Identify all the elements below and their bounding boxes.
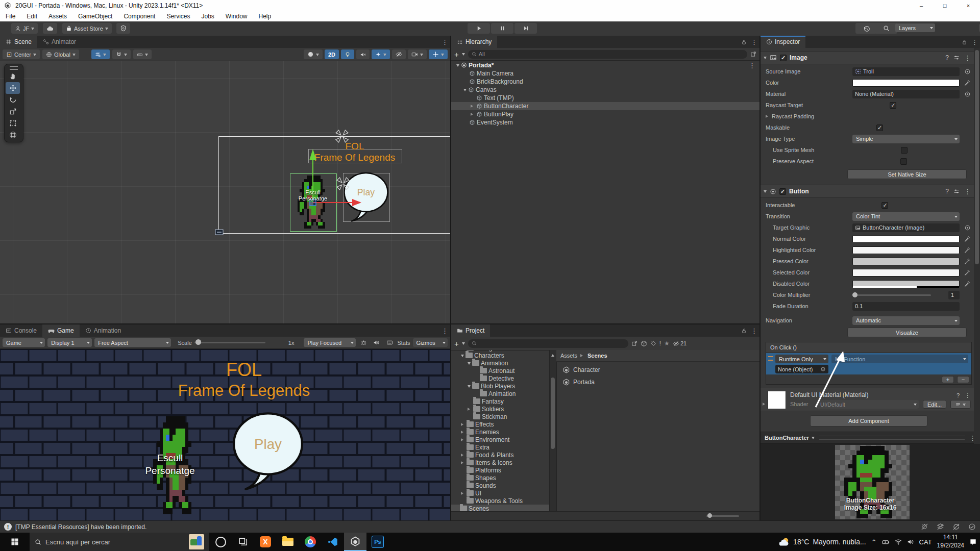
- asset-character[interactable]: Character: [556, 364, 760, 376]
- material-preview-swatch[interactable]: [768, 391, 786, 409]
- expand-arrow-icon[interactable]: [461, 355, 464, 359]
- remove-event-button[interactable]: −: [957, 376, 969, 383]
- button-component-header[interactable]: Button ? ⋮: [761, 185, 974, 198]
- pause-button[interactable]: [491, 23, 513, 34]
- stats-button[interactable]: Stats: [397, 340, 410, 346]
- help-icon[interactable]: ?: [945, 188, 949, 195]
- taskbar-app-unity[interactable]: [344, 533, 366, 551]
- hierarchy-item-canvas[interactable]: Canvas: [451, 86, 760, 94]
- project-folder-ui[interactable]: UI: [451, 489, 549, 497]
- display-dropdown[interactable]: Display 1: [47, 338, 92, 347]
- expand-arrow-icon[interactable]: [468, 362, 471, 366]
- rect-tool[interactable]: [6, 117, 20, 129]
- hierarchy-item-portada-[interactable]: Portada*⋮: [451, 61, 760, 69]
- on-click-listener-row[interactable]: Runtime Only No Function None (Object): [766, 353, 971, 374]
- palette-drag-handle[interactable]: [6, 65, 22, 70]
- tab-game[interactable]: Game: [42, 324, 80, 337]
- component-kebab[interactable]: ⋮: [964, 188, 971, 195]
- color-swatch[interactable]: [852, 246, 960, 254]
- game-play-bubble[interactable]: Play: [230, 411, 306, 493]
- preview-foldout-arrow[interactable]: [812, 437, 815, 441]
- menu-help[interactable]: Help: [253, 12, 277, 20]
- tool-orientation-dropdown[interactable]: Global: [42, 49, 79, 59]
- drag-handle-icon[interactable]: [768, 356, 773, 361]
- image-enabled-checkbox[interactable]: [780, 55, 787, 61]
- menu-component[interactable]: Component: [118, 12, 161, 20]
- image-color-swatch[interactable]: [852, 79, 960, 87]
- project-folder-platforms[interactable]: Platforms: [451, 466, 549, 474]
- play-button[interactable]: [468, 23, 490, 34]
- inspector-menu-kebab[interactable]: ⋮: [971, 38, 978, 46]
- inspector-scrollbar[interactable]: [974, 48, 980, 444]
- status-message[interactable]: [TMP Essential Resources] have been impo…: [15, 523, 146, 531]
- project-open-icon[interactable]: [631, 340, 638, 346]
- material-foldout[interactable]: [763, 403, 767, 406]
- hierarchy-search-input[interactable]: All: [468, 50, 747, 59]
- project-folder-items-icons[interactable]: Items & Icons: [451, 459, 549, 466]
- cache-disabled-icon[interactable]: [937, 523, 944, 531]
- image-component-header[interactable]: Image ? ⋮: [761, 51, 974, 64]
- event-function-dropdown[interactable]: No Function: [831, 355, 968, 363]
- game-audio-icon[interactable]: [372, 339, 382, 346]
- navigation-dropdown[interactable]: Automatic: [852, 316, 960, 325]
- tab-animator[interactable]: Animator: [37, 36, 82, 48]
- foldout-arrow[interactable]: [764, 57, 767, 61]
- minimize-button[interactable]: –: [910, 0, 933, 11]
- fade-duration-value[interactable]: 0.1: [852, 302, 960, 311]
- preview-drag-lines[interactable]: [819, 436, 965, 440]
- help-icon[interactable]: ?: [945, 54, 949, 61]
- eyedropper-icon[interactable]: [963, 269, 971, 277]
- interactable-checkbox[interactable]: [881, 202, 888, 209]
- project-folder-shapes[interactable]: Shapes: [451, 474, 549, 482]
- play-focused-dropdown[interactable]: Play Focused: [304, 338, 356, 347]
- action-center-icon[interactable]: [969, 538, 977, 546]
- alert-filter-icon[interactable]: !: [659, 340, 661, 347]
- target-graphic-field[interactable]: ButtonCharacter (Image): [852, 223, 960, 232]
- tab-console[interactable]: Console: [0, 324, 42, 337]
- preserve-aspect-checkbox[interactable]: [900, 158, 907, 165]
- add-event-button[interactable]: +: [942, 376, 954, 383]
- increment-snap-toggle[interactable]: [133, 49, 152, 59]
- taskbar-app-explorer[interactable]: [277, 533, 299, 551]
- scene-menu-kebab[interactable]: ⋮: [442, 38, 448, 46]
- menu-jobs[interactable]: Jobs: [195, 12, 219, 20]
- visibility-toggle[interactable]: [392, 49, 406, 59]
- collapse-arrow-icon[interactable]: [461, 461, 465, 464]
- presets-icon[interactable]: [953, 55, 960, 61]
- color-swatch[interactable]: [852, 235, 960, 243]
- expand-arrow-icon[interactable]: [456, 64, 459, 68]
- language-indicator[interactable]: CAT: [919, 538, 932, 546]
- project-folder-animation[interactable]: Animation: [451, 359, 549, 367]
- tab-scene[interactable]: Scene: [0, 36, 37, 48]
- collapse-arrow-icon[interactable]: [468, 408, 472, 411]
- camera-settings-dropdown[interactable]: [408, 49, 427, 59]
- project-folder-astronaut[interactable]: Astronaut: [451, 367, 549, 374]
- display-target-dropdown[interactable]: Game: [3, 338, 45, 347]
- project-folder-food-plants[interactable]: Food & Plants: [451, 451, 549, 459]
- maximize-button[interactable]: □: [933, 0, 957, 11]
- grid-snapping-toggle[interactable]: [91, 49, 110, 59]
- eyedropper-icon[interactable]: [963, 280, 971, 288]
- menu-window[interactable]: Window: [220, 12, 253, 20]
- asset-portada[interactable]: Portada: [556, 376, 760, 388]
- activity-ok-icon[interactable]: [968, 523, 976, 531]
- taskbar-clock[interactable]: 14:11 19/2/2024: [937, 534, 964, 549]
- event-mode-dropdown[interactable]: Runtime Only: [775, 355, 828, 363]
- hidden-packages-count[interactable]: 21: [673, 340, 687, 347]
- hierarchy-item-text-tmp-[interactable]: Text (TMP): [451, 94, 760, 102]
- aspect-dropdown[interactable]: Free Aspect: [94, 338, 171, 347]
- event-object-field[interactable]: None (Object): [775, 365, 828, 373]
- presets-icon[interactable]: [953, 188, 960, 194]
- breadcrumb-assets[interactable]: Assets: [560, 353, 577, 359]
- taskbar-app-xampp[interactable]: X: [254, 533, 277, 551]
- project-folder-characters[interactable]: Characters: [451, 352, 549, 359]
- cloud-button[interactable]: [43, 23, 57, 34]
- menu-services[interactable]: Services: [161, 12, 195, 20]
- tab-inspector[interactable]: Inspector: [761, 36, 805, 48]
- image-type-dropdown[interactable]: Simple: [852, 135, 960, 143]
- project-folder-extra[interactable]: Extra: [451, 443, 549, 451]
- taskbar-app-vscode[interactable]: [322, 533, 344, 551]
- scale-slider[interactable]: [194, 342, 265, 343]
- object-picker-icon[interactable]: [964, 91, 971, 97]
- project-folder-effects[interactable]: Effects: [451, 420, 549, 428]
